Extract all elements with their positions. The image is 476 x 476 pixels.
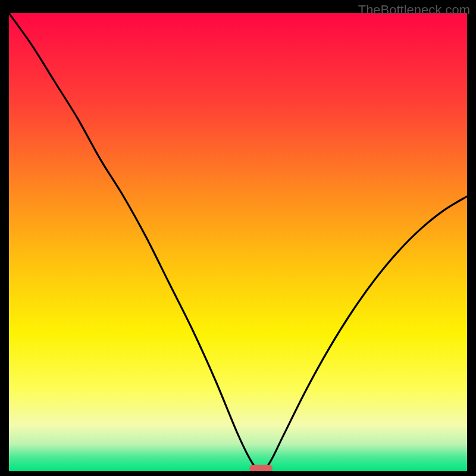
chart-frame: TheBottleneck.com <box>0 0 476 476</box>
optimum-marker <box>249 465 273 471</box>
watermark-label: TheBottleneck.com <box>358 2 470 18</box>
bottleneck-curve-chart <box>9 13 467 471</box>
gradient-background <box>9 13 467 471</box>
